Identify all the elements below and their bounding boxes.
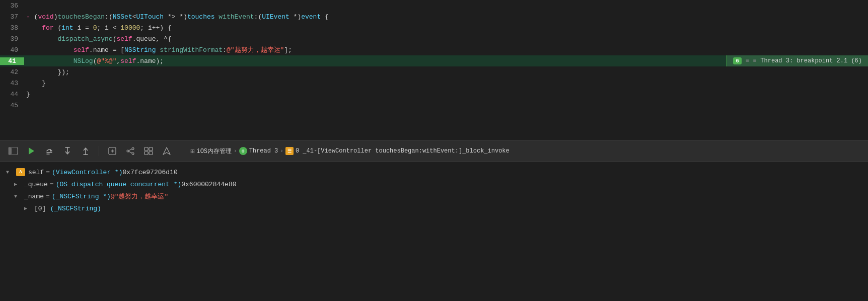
location-button[interactable]: [160, 144, 174, 158]
line-number-36: 36: [0, 2, 24, 10]
code-content-38: for (int i = 0; i < 10000; i++) {: [24, 24, 868, 32]
code-line-39: 39 dispatch_async(self.queue, ^{: [0, 33, 868, 44]
debug-toolbar: ⊞ iOS内存管理 › ⊙ Thread 3 › ☰ 0 _41-[ViewCo…: [0, 140, 868, 162]
step-over-button[interactable]: [42, 144, 56, 158]
step-out-button[interactable]: [79, 144, 93, 158]
debug-breadcrumb: ⊞ iOS内存管理 › ⊙ Thread 3 › ☰ 0 _41-[ViewCo…: [190, 147, 862, 156]
queue-type: (OS_dispatch_queue_concurrent *): [56, 181, 182, 188]
name-type: (_NSCFString *): [52, 193, 111, 200]
name-varname: _name: [24, 193, 44, 200]
line-number-38: 38: [0, 24, 24, 32]
code-line-42: 42 });: [0, 66, 868, 78]
breakpoint-icons: ≡ ≡: [746, 57, 757, 64]
sep-2: ›: [280, 148, 283, 154]
svg-rect-20: [149, 152, 153, 155]
self-name: self: [28, 169, 44, 176]
svg-rect-19: [144, 152, 148, 155]
breakpoint-count: 6: [733, 57, 742, 64]
child-index: [0]: [34, 205, 46, 212]
breadcrumb-frame[interactable]: 0 _41-[ViewController touchesBegan:withE…: [296, 147, 510, 155]
share-button[interactable]: [123, 144, 137, 158]
code-line-37: 37 - (void)touchesBegan:(NSSet<UITouch *…: [0, 11, 868, 22]
name-value: @"越努力，越幸运": [111, 192, 168, 201]
toolbar-sep-2: [180, 146, 180, 156]
name-toggle: ▼: [14, 194, 22, 199]
svg-line-16: [129, 152, 132, 153]
child-type: (_NSCFString): [50, 205, 101, 212]
code-line-40: 40 self.name = [NSString stringWithForma…: [0, 44, 868, 55]
line-number-41: 41: [0, 57, 24, 65]
queue-toggle: ▶: [14, 181, 22, 187]
breakpoint-badge: 6 ≡ ≡ Thread 3: breakpoint 2.1 (6): [727, 55, 868, 66]
queue-value: 0x600002844e80: [181, 181, 236, 188]
views-button[interactable]: [141, 144, 156, 158]
breadcrumb-app-name[interactable]: iOS内存管理: [196, 147, 232, 156]
svg-point-14: [132, 153, 134, 155]
code-line-44: 44 }: [0, 89, 868, 100]
svg-point-12: [127, 150, 129, 152]
line-number-42: 42: [0, 68, 24, 76]
frame-icon: ☰: [285, 147, 294, 155]
variable-name[interactable]: ▼ _name = (_NSCFString *) @"越努力，越幸运": [0, 190, 868, 202]
line-number-37: 37: [0, 13, 24, 21]
thread-icon: ⊙: [239, 147, 247, 155]
step-into-button[interactable]: [60, 144, 75, 158]
xcode-debugger: 36 37 - (void)touchesBegan:(NSSet<UITouc…: [0, 0, 868, 301]
line-number-43: 43: [0, 80, 24, 87]
line-number-45: 45: [0, 102, 24, 109]
queue-name: _queue: [24, 181, 48, 188]
svg-line-15: [129, 149, 132, 150]
hide-panel-button[interactable]: [6, 144, 20, 158]
svg-marker-2: [29, 147, 34, 155]
variables-panel: ▼ A self = (ViewController *) 0x7fce9720…: [0, 162, 868, 301]
line-number-40: 40: [0, 46, 24, 54]
svg-rect-17: [144, 147, 148, 150]
line-number-39: 39: [0, 35, 24, 43]
breadcrumb-thread[interactable]: Thread 3: [249, 147, 278, 155]
code-content-40: self.name = [NSString stringWithFormat:@…: [24, 45, 868, 54]
code-content-43: }: [24, 80, 868, 87]
code-content-37: - (void)touchesBegan:(NSSet<UITouch *> *…: [24, 13, 868, 21]
continue-button[interactable]: [24, 144, 38, 158]
code-line-38: 38 for (int i = 0; i < 10000; i++) {: [0, 22, 868, 33]
variable-self[interactable]: ▼ A self = (ViewController *) 0x7fce9720…: [0, 166, 868, 178]
variable-queue[interactable]: ▶ _queue = (OS_dispatch_queue_concurrent…: [0, 178, 868, 190]
variable-name-child[interactable]: ▶ [0] (_NSCFString): [0, 202, 868, 214]
self-toggle: ▼: [6, 170, 14, 175]
svg-point-13: [132, 147, 134, 149]
code-editor: 36 37 - (void)touchesBegan:(NSSet<UITouc…: [0, 0, 868, 140]
code-content-39: dispatch_async(self.queue, ^{: [24, 35, 868, 43]
svg-rect-18: [149, 147, 153, 150]
self-type-icon: A: [16, 168, 25, 176]
self-eq: =: [46, 169, 50, 176]
line-number-44: 44: [0, 91, 24, 98]
self-value: 0x7fce97206d10: [122, 169, 177, 176]
name-eq: =: [46, 193, 50, 200]
code-content-44: }: [24, 91, 868, 98]
code-line-41: 41 NSLog(@"%@",self.name); 6 ≡ ≡ Thread …: [0, 55, 868, 66]
toolbar-sep-1: [99, 146, 99, 156]
code-line-45: 45: [0, 100, 868, 111]
jump-button[interactable]: [105, 144, 119, 158]
self-type: (ViewController *): [52, 169, 122, 176]
queue-eq: =: [50, 181, 54, 188]
sep-1: ›: [234, 148, 237, 154]
svg-rect-1: [9, 147, 12, 155]
code-line-43: 43 }: [0, 78, 868, 89]
breakpoint-message: Thread 3: breakpoint 2.1 (6): [760, 57, 862, 64]
breadcrumb-grid-icon: ⊞: [190, 147, 194, 156]
child-toggle: ▶: [24, 205, 32, 211]
code-line-36: 36: [0, 0, 868, 11]
code-content-42: });: [24, 68, 868, 76]
svg-marker-21: [163, 147, 170, 155]
